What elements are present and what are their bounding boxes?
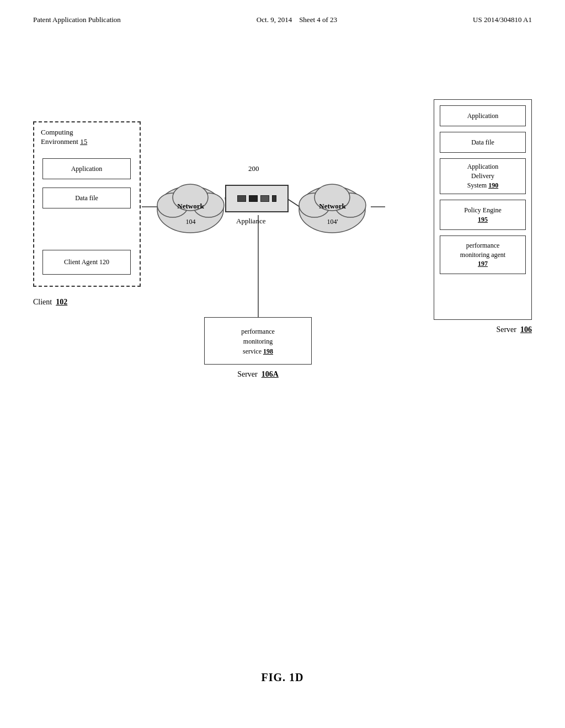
server-bottom-box: performance monitoring service 198 bbox=[204, 317, 312, 365]
client-box: Computing Environment 15 Application Dat… bbox=[33, 121, 141, 287]
server-ads-box: Application Delivery System 190 bbox=[440, 158, 526, 194]
appliance-device bbox=[225, 185, 289, 212]
server-bottom-area: performance monitoring service 198 Serve… bbox=[204, 317, 312, 379]
client-box-label: Computing Environment 15 bbox=[41, 128, 87, 147]
fig-label: FIG. 1D bbox=[262, 671, 304, 684]
server-bottom-label: Server 106A bbox=[204, 370, 312, 379]
client-label: Client 102 bbox=[33, 298, 67, 307]
server-right-box: Application Data file Application Delive… bbox=[434, 99, 532, 320]
client-datafile-box: Data file bbox=[42, 188, 131, 208]
appliance-top-num: 200 bbox=[248, 164, 259, 173]
diagram-area: Computing Environment 15 Application Dat… bbox=[33, 99, 532, 629]
network-left-num: 104 bbox=[186, 218, 196, 226]
server-pe-box: Policy Engine 195 bbox=[440, 200, 526, 230]
server-right-label: Server 106 bbox=[496, 325, 532, 334]
client-agent-box: Client Agent 120 bbox=[42, 250, 131, 275]
appliance-bottom-label: Appliance bbox=[236, 217, 265, 226]
header-right: US 2014/304810 A1 bbox=[473, 15, 532, 24]
svg-point-12 bbox=[315, 184, 350, 211]
server-datafile-box: Data file bbox=[440, 132, 526, 153]
header-center: Oct. 9, 2014 Sheet 4 of 23 bbox=[257, 15, 337, 24]
network-right-num: 104' bbox=[327, 218, 338, 226]
network-left-cloud: Network 104 bbox=[153, 176, 228, 237]
network-right-cloud: Network 104' bbox=[295, 176, 370, 237]
client-app-box: Application bbox=[42, 158, 131, 179]
server-app-box: Application bbox=[440, 105, 526, 126]
svg-point-8 bbox=[173, 184, 208, 211]
header-left: Patent Application Publication bbox=[33, 15, 121, 24]
server-pma-box: performance monitoring agent 197 bbox=[440, 235, 526, 274]
